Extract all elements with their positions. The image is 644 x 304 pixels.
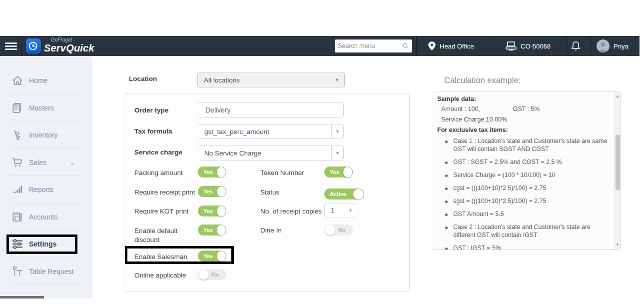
- sidebar-item-label: Masters: [29, 104, 54, 112]
- notifications-button[interactable]: [571, 36, 581, 56]
- toggle-state-label: Yes: [198, 188, 217, 194]
- store-location-selector[interactable]: Head Office: [428, 36, 474, 56]
- location-label: Location: [129, 75, 157, 82]
- token-number-toggle[interactable]: Yes: [324, 166, 353, 178]
- enable-default-discount-toggle[interactable]: Yes: [198, 224, 226, 236]
- require-kot-print-label: Require KOT print: [134, 208, 189, 215]
- toggle-state-label: Yes: [198, 169, 217, 175]
- user-name-label: Priya: [614, 42, 629, 50]
- enable-default-discount-label: Enable default discount: [134, 226, 189, 244]
- brand-text: GoFrugal ServQuick: [44, 38, 94, 53]
- packing-amount-toggle[interactable]: Yes: [198, 166, 226, 178]
- toggle-state-label: Yes: [324, 169, 343, 175]
- require-kot-print-toggle[interactable]: Yes: [198, 206, 226, 216]
- sidebar-item-label: Inventory: [29, 131, 58, 139]
- gst-value: GST : 5%: [513, 106, 540, 112]
- sample-data-heading: Sample data:: [437, 96, 612, 102]
- receipt-copies-select[interactable]: 1 ▼: [324, 203, 356, 218]
- header-divider: [21, 36, 21, 56]
- sidebar-item-masters[interactable]: Masters: [0, 94, 92, 122]
- user-menu[interactable]: Priya: [597, 36, 629, 56]
- status-toggle[interactable]: Active: [324, 188, 364, 200]
- caret-down-icon: ▼: [335, 78, 339, 82]
- toggle-knob: [217, 167, 226, 178]
- vertical-scrollbar[interactable]: ▲ ▼: [614, 92, 621, 250]
- home-icon: [12, 75, 23, 86]
- order-type-value: Delivery: [205, 106, 231, 114]
- sidebar-item-inventory[interactable]: Inventory: [0, 122, 92, 149]
- search-input[interactable]: [338, 42, 402, 50]
- calc-bullet: GST Amount = 5.5: [445, 210, 612, 218]
- sidebar-item-label: Table Request: [29, 268, 74, 276]
- scroll-down-arrow-icon[interactable]: ▼: [615, 242, 621, 248]
- header-divider: [416, 36, 417, 56]
- toggle-state-label: Yes: [198, 208, 217, 214]
- service-charge-select[interactable]: No Service Charge ▼: [198, 146, 344, 160]
- tax-formula-select[interactable]: gst_tax_perc_amount ▼: [198, 124, 344, 139]
- online-applicable-toggle[interactable]: No: [198, 269, 226, 280]
- sales-cart-icon: [12, 157, 23, 168]
- status-label: Status: [260, 188, 279, 196]
- caret-down-icon: ▼: [331, 124, 343, 138]
- vertical-scrollbar-thumb[interactable]: [616, 134, 620, 190]
- service-charge-label: Service charge: [134, 148, 182, 156]
- sidebar-item-settings[interactable]: Settings: [0, 230, 92, 258]
- token-number-label: Token Number: [260, 169, 304, 176]
- calculation-example-body: Sample data: Amount : 100, GST : 5% Serv…: [433, 92, 614, 250]
- order-type-settings-panel: Order type Delivery Tax formula gst_tax_…: [124, 93, 410, 292]
- toggle-knob: [217, 186, 226, 197]
- header-divider: [494, 36, 494, 56]
- scroll-up-arrow-icon[interactable]: ▲: [615, 94, 621, 100]
- toggle-state-label: Yes: [198, 253, 217, 259]
- sidebar-item-table-request[interactable]: Table Request: [0, 258, 92, 286]
- chevron-down-icon[interactable]: ⌄: [70, 159, 75, 166]
- top-header-bar: GoFrugal ServQuick Head Office CO-50068: [0, 36, 640, 56]
- dine-in-toggle[interactable]: No: [324, 224, 353, 236]
- brand-product: ServQuick: [44, 43, 94, 53]
- calc-bullet: Service Charge = (100 * 10/100) = 10: [445, 172, 612, 180]
- tax-formula-value: gst_tax_perc_amount: [204, 128, 269, 136]
- sidebar-item-label: Reports: [29, 186, 53, 194]
- menu-search-box[interactable]: [335, 40, 412, 52]
- servquick-logo-icon[interactable]: [26, 38, 41, 54]
- sample-amount-line: Amount : 100, GST : 5%: [437, 106, 612, 112]
- order-type-input[interactable]: Delivery: [198, 102, 344, 118]
- hamburger-menu-icon[interactable]: [5, 41, 17, 51]
- sidebar-item-label: Home: [29, 76, 47, 84]
- horizontal-scrollbar-thumb[interactable]: [0, 296, 44, 298]
- service-charge-value: No Service Charge: [204, 150, 261, 157]
- calculation-example-panel: Sample data: Amount : 100, GST : 5% Serv…: [433, 92, 621, 250]
- accounts-icon: [12, 212, 23, 222]
- search-icon: [402, 42, 409, 50]
- sidebar-item-label: Sales: [29, 158, 46, 166]
- terminal-selector[interactable]: CO-50068: [506, 36, 551, 56]
- receipt-copies-label: No. of receipt copies: [260, 208, 322, 215]
- masters-icon: [12, 102, 23, 114]
- exclusive-tax-heading: For exclusive tax items:: [437, 126, 612, 134]
- sidebar-item-home[interactable]: Home: [0, 67, 92, 94]
- calc-bullet: sgst = (((100+10)*2.5)/100) = 2.75: [445, 198, 612, 206]
- header-divider: [566, 36, 567, 56]
- toggle-state-label: No: [209, 272, 225, 278]
- toggle-knob: [325, 225, 335, 236]
- calc-bullet: Case 2 : Location's state and Customer's…: [445, 224, 612, 240]
- require-receipt-print-toggle[interactable]: Yes: [198, 186, 226, 197]
- terminal-id-label: CO-50068: [521, 42, 551, 50]
- calculation-bullet-list: Case 1 : Location's state and Customer's…: [437, 138, 612, 250]
- sidebar-item-label: Settings: [29, 240, 56, 248]
- calc-bullet: GST : IGST = 5%: [445, 244, 612, 250]
- toggle-knob: [217, 251, 226, 262]
- toggle-state-label: Active: [324, 191, 353, 197]
- person-icon: [597, 40, 610, 52]
- store-location-label: Head Office: [440, 42, 474, 50]
- location-dropdown[interactable]: All locations ▼: [197, 72, 345, 88]
- sidebar-item-sales[interactable]: Sales ⌄: [0, 149, 92, 176]
- require-receipt-print-label: Require receipt print: [134, 188, 195, 196]
- header-divider: [590, 36, 591, 56]
- sidebar-item-reports[interactable]: Reports: [0, 176, 92, 204]
- dine-in-label: Dine In: [260, 226, 282, 234]
- sidebar-item-accounts[interactable]: Accounts: [0, 204, 92, 231]
- enable-salesman-toggle[interactable]: Yes: [198, 250, 226, 262]
- toggle-knob: [343, 167, 352, 178]
- brand-company: GoFrugal: [51, 38, 94, 42]
